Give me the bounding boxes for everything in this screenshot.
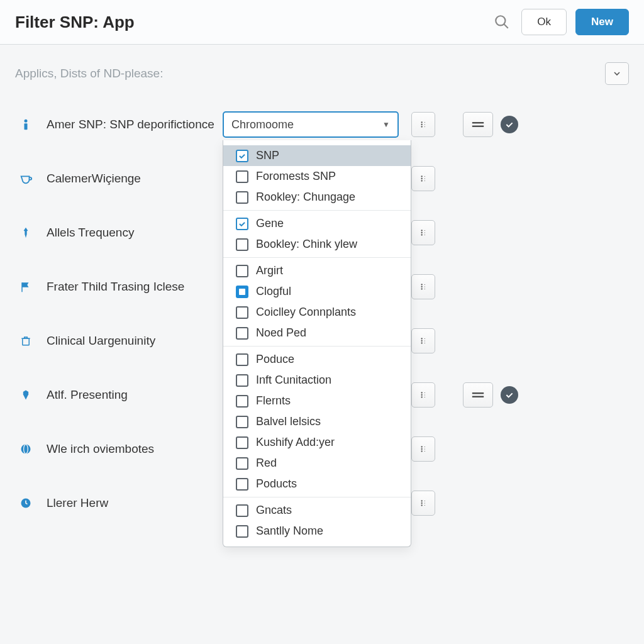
filter-row-label: Amer SNP: SNP deporifictionce	[47, 118, 223, 131]
row-options-button[interactable]	[411, 220, 435, 245]
new-button[interactable]: New	[575, 9, 629, 35]
dropdown-item[interactable]: Coiclley Connplants	[223, 302, 411, 323]
checkbox[interactable]	[236, 306, 248, 319]
checkbox[interactable]	[236, 457, 248, 470]
checkbox[interactable]	[236, 170, 248, 183]
dropdown-item-label: Gene	[256, 217, 284, 230]
dropdown-item[interactable]: Flernts	[223, 391, 411, 411]
checkbox[interactable]	[236, 238, 248, 251]
svg-point-22	[425, 232, 425, 233]
dropdown-item[interactable]: Rookley: Chungage	[223, 187, 411, 208]
checkbox[interactable]	[236, 525, 248, 538]
row-options-button[interactable]	[411, 436, 435, 462]
select-value: Chromoome	[231, 118, 294, 131]
equals-button[interactable]	[463, 382, 493, 408]
svg-rect-2	[25, 123, 28, 130]
svg-point-57	[421, 504, 423, 506]
filter-row-label: Clinical Uargenuinity	[47, 334, 223, 348]
svg-point-59	[425, 502, 425, 503]
svg-point-28	[425, 284, 425, 285]
svg-point-16	[425, 178, 425, 179]
filter-row-label: Allels Trequency	[47, 226, 223, 240]
ok-button[interactable]: Ok	[521, 9, 567, 35]
filter-row: Amer SNP: SNP deporifictionceChromoome▼S…	[0, 97, 644, 152]
svg-point-46	[21, 445, 31, 454]
select-wrap: Chromoome▼SNPForomests SNPRookley: Chung…	[223, 111, 399, 138]
dropdown-item[interactable]: Noed Ped	[223, 323, 411, 343]
dropdown-item[interactable]: SNP	[223, 145, 411, 166]
checkbox[interactable]	[236, 191, 248, 204]
dropdown-item-label: Gncats	[256, 504, 292, 517]
chromosome-select[interactable]: Chromoome▼	[223, 111, 399, 138]
dropdown-item-label: Foromests SNP	[256, 170, 336, 183]
dropdown-item[interactable]: Foromests SNP	[223, 166, 411, 187]
cup-icon	[15, 172, 36, 186]
dropdown-item-label: Poduce	[256, 353, 294, 366]
checkbox[interactable]	[236, 478, 248, 491]
globe-icon	[15, 443, 36, 455]
dropdown-item-label: Argirt	[256, 264, 283, 277]
search-icon[interactable]	[491, 11, 513, 33]
svg-point-23	[425, 235, 425, 235]
svg-point-29	[425, 286, 425, 287]
dropdown-item[interactable]: Clogful	[223, 281, 411, 302]
row-options-button[interactable]	[411, 274, 435, 299]
info-icon	[15, 118, 36, 131]
checkbox[interactable]	[236, 150, 248, 162]
dropdown-item-label: Balvel lelsics	[256, 415, 321, 428]
row-options-button[interactable]	[411, 382, 435, 408]
svg-point-48	[421, 446, 423, 447]
dropdown-group: PoduceInft CunitactionFlerntsBalvel lels…	[223, 347, 411, 497]
dropdown-item[interactable]: Poduce	[223, 349, 411, 370]
svg-point-43	[425, 397, 425, 397]
header: Filter SNP: App Ok New	[0, 0, 644, 45]
equals-button[interactable]	[463, 112, 493, 137]
svg-point-49	[421, 448, 423, 450]
dropdown-item[interactable]: Balvel lelsics	[223, 411, 411, 432]
filter-row-label: Wle irch oviembotes	[47, 442, 223, 456]
checkbox[interactable]	[236, 327, 248, 340]
svg-point-6	[421, 126, 423, 127]
checkbox[interactable]	[236, 504, 248, 517]
svg-point-0	[496, 16, 506, 25]
checkbox[interactable]	[236, 218, 248, 230]
checkbox[interactable]	[236, 353, 248, 366]
svg-point-20	[421, 234, 423, 235]
dropdown-item-label: SNP	[256, 149, 279, 162]
dropdown-item[interactable]: Poducts	[223, 474, 411, 494]
row-options-button[interactable]	[411, 328, 435, 353]
row-options-button[interactable]	[411, 491, 435, 516]
row-options-button[interactable]	[411, 112, 435, 137]
svg-point-26	[421, 286, 423, 287]
svg-point-33	[421, 340, 423, 341]
trash-icon	[15, 334, 36, 348]
dropdown-item[interactable]: Inft Cunitaction	[223, 370, 411, 391]
svg-point-19	[421, 232, 423, 233]
dropdown-item[interactable]: Santlly Nome	[223, 521, 411, 541]
dropdown-item-label: Coiclley Connplants	[256, 306, 356, 319]
dropdown-item[interactable]: Bookley: Chink ylew	[223, 234, 411, 255]
checkbox[interactable]	[236, 286, 248, 298]
dropdown-item[interactable]: Gncats	[223, 500, 411, 521]
dropdown-item[interactable]: Argirt	[223, 260, 411, 281]
dropdown-item[interactable]: Gene	[223, 213, 411, 234]
svg-point-56	[421, 502, 423, 504]
checkbox[interactable]	[236, 416, 248, 428]
svg-point-13	[421, 178, 423, 179]
collapse-button[interactable]	[605, 62, 629, 85]
chromosome-dropdown: SNPForomests SNPRookley: ChungageGeneBoo…	[223, 140, 411, 547]
checkbox[interactable]	[236, 436, 248, 449]
svg-line-1	[504, 24, 509, 28]
dropdown-item-label: Inft Cunitaction	[256, 374, 331, 387]
svg-point-32	[421, 338, 423, 339]
checkbox[interactable]	[236, 374, 248, 387]
checkbox[interactable]	[236, 265, 248, 277]
row-options-button[interactable]	[411, 166, 435, 191]
checkbox[interactable]	[236, 395, 248, 408]
dropdown-scroll[interactable]: SNPForomests SNPRookley: ChungageGeneBoo…	[223, 140, 411, 547]
filter-row-label: CalemerWiçienge	[47, 172, 223, 186]
dropdown-item[interactable]: Kushify Add:yer	[223, 432, 411, 453]
svg-point-21	[425, 230, 425, 231]
filter-row-label: Frater Thild Trasing Iclese	[47, 280, 223, 294]
dropdown-item[interactable]: Red	[223, 453, 411, 474]
